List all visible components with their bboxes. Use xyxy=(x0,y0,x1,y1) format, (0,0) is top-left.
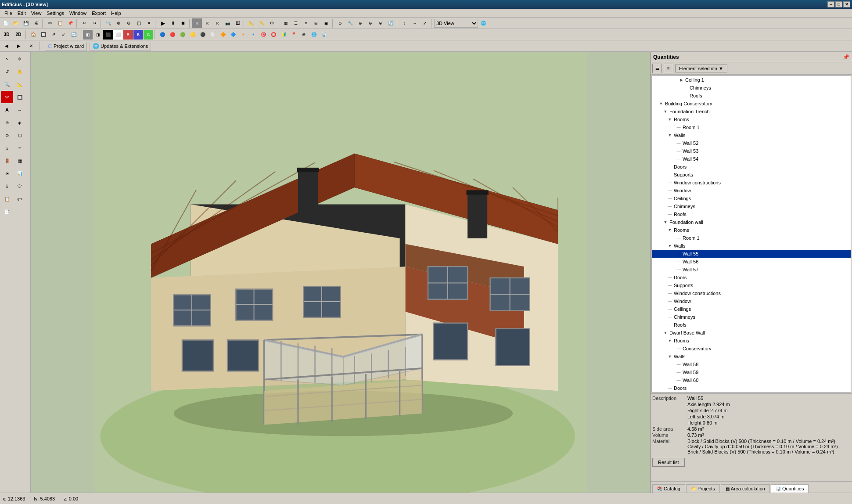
tb-mat3[interactable]: 🟢 xyxy=(178,30,187,40)
tb-grid2[interactable]: ☰ xyxy=(291,18,301,28)
tb-pause[interactable]: ⏸ xyxy=(168,18,178,28)
tb-mat14[interactable]: 📍 xyxy=(289,30,298,40)
toggle-wall56[interactable]: — xyxy=(676,259,682,265)
lt-measure2[interactable]: 📐 xyxy=(14,78,26,90)
tb-refresh[interactable]: 🔄 xyxy=(386,18,395,28)
tb-dot[interactable]: ⊙ xyxy=(335,18,345,28)
toggle-building-conservatory[interactable]: ▼ xyxy=(658,101,664,107)
tab-projects[interactable]: 📁 Projects xyxy=(686,484,720,493)
lt-report[interactable]: 📑 xyxy=(1,205,13,218)
toggle-chimneys-ft[interactable]: — xyxy=(667,203,673,209)
tb-grid3[interactable]: ≡ xyxy=(301,18,311,28)
tree-item-chimneys-ft[interactable]: — Chimneys xyxy=(652,202,851,210)
lt-tag[interactable]: 🏷 xyxy=(14,193,26,205)
tb-measure[interactable]: 📐 xyxy=(247,18,256,28)
tree-item-window-fw[interactable]: — Window xyxy=(652,297,851,305)
tb-play[interactable]: ▶ xyxy=(158,18,168,28)
tb-c4[interactable]: ⬜ xyxy=(113,30,123,40)
tb-c2[interactable]: ◨ xyxy=(93,30,103,40)
tree-item-rooms-dbw[interactable]: ▼ Rooms xyxy=(652,337,851,345)
tb-floor[interactable]: 🔲 xyxy=(39,30,48,40)
menu-window[interactable]: Window xyxy=(67,10,89,17)
tb-mat13[interactable]: 🔰 xyxy=(279,30,288,40)
tree-item-rooms-fw[interactable]: ▼ Rooms xyxy=(652,226,851,234)
nav-stop[interactable]: ✕ xyxy=(26,41,36,51)
tb-copy[interactable]: 📋 xyxy=(55,18,65,28)
nav-back[interactable]: ◀ xyxy=(2,41,11,51)
tb-minus[interactable]: ⊖ xyxy=(366,18,375,28)
tb-settings[interactable]: ⚙ xyxy=(267,18,277,28)
nav-forward[interactable]: ▶ xyxy=(14,41,24,51)
tb-mat8[interactable]: 🔷 xyxy=(228,30,238,40)
tree-item-room1-fw[interactable]: — Room 1 xyxy=(652,234,851,242)
quantities-pin[interactable]: 📌 xyxy=(843,54,849,60)
tb-3d[interactable]: 3D xyxy=(1,30,12,40)
tree-item-rooms-ft[interactable]: ▼ Rooms xyxy=(652,115,851,123)
tree-item-wall58[interactable]: — Wall 58 xyxy=(652,360,851,368)
tb-c1[interactable]: ◧ xyxy=(83,30,93,40)
toggle-doors-ft[interactable]: — xyxy=(667,164,673,170)
updates-btn[interactable]: 🌐 Updates & Extensions xyxy=(90,42,151,50)
menu-edit[interactable]: Edit xyxy=(15,10,29,17)
result-list-btn[interactable]: Result list xyxy=(652,458,685,467)
toggle-rooms-ft[interactable]: ▼ xyxy=(667,116,673,122)
tree-item-wall56[interactable]: — Wall 56 xyxy=(652,258,851,266)
toggle-rooms-fw[interactable]: ▼ xyxy=(667,227,673,233)
tb-ruler[interactable]: 📏 xyxy=(257,18,266,28)
tb-c3[interactable]: ⬛ xyxy=(103,30,113,40)
tree-item-room1-ft[interactable]: — Room 1 xyxy=(652,123,851,131)
toggle-doors-fw[interactable]: — xyxy=(667,274,673,281)
toggle-wall58[interactable]: — xyxy=(676,361,682,367)
tb-c5[interactable]: R xyxy=(123,30,133,40)
tree-item-foundation-trench[interactable]: ▼ Foundation Trench xyxy=(652,108,851,115)
tree-item-window-ft[interactable]: — Window xyxy=(652,187,851,194)
tb-2d[interactable]: 2D xyxy=(13,30,24,40)
tb-arr2[interactable]: ↙ xyxy=(59,30,68,40)
tb-arr1[interactable]: ↗ xyxy=(49,30,58,40)
toggle-foundation-trench[interactable]: ▼ xyxy=(662,108,669,115)
tree-item-conservatory[interactable]: — Conservatory xyxy=(652,345,851,353)
tree-item-doors-dbw[interactable]: — Doors xyxy=(652,384,851,392)
tree-item-doors-fw[interactable]: — Doors xyxy=(652,274,851,281)
minimize-button[interactable]: − xyxy=(827,1,834,7)
tree-item-walls-fw[interactable]: ▼ Walls xyxy=(652,242,851,250)
tb-open[interactable]: 📂 xyxy=(11,18,21,28)
toggle-chimneys-fw[interactable]: — xyxy=(667,314,673,320)
tree-item-roofs1[interactable]: — Roofs xyxy=(652,92,851,100)
toggle-roofs-fw[interactable]: — xyxy=(667,322,673,328)
toggle-wall55[interactable]: — xyxy=(676,251,682,257)
tb-grid1[interactable]: ▦ xyxy=(281,18,291,28)
tree-item-wall57[interactable]: — Wall 57 xyxy=(652,266,851,274)
menu-export[interactable]: Export xyxy=(89,10,108,17)
tb-render1[interactable]: R xyxy=(192,18,202,28)
toggle-supports-ft[interactable]: — xyxy=(667,172,673,178)
tb-updown[interactable]: ↕ xyxy=(400,18,410,28)
tab-quantities[interactable]: 📊 Quantities xyxy=(771,484,809,493)
toggle-ceilings-ft[interactable]: — xyxy=(667,195,673,202)
tree-item-roofs-ft[interactable]: — Roofs xyxy=(652,210,851,218)
lt-copy2[interactable]: ◈ xyxy=(14,116,26,129)
tree-item-wc-fw[interactable]: — Window constructions xyxy=(652,289,851,297)
lt-layer[interactable]: ⊕ xyxy=(1,116,13,129)
toggle-wall52[interactable]: — xyxy=(676,140,682,146)
toggle-wall54[interactable]: — xyxy=(676,156,682,162)
tb-new[interactable]: 📄 xyxy=(1,18,11,28)
toggle-walls-ft[interactable]: ▼ xyxy=(667,132,673,138)
tb-paste[interactable]: 📌 xyxy=(65,18,75,28)
tb-signal[interactable]: 📡 xyxy=(319,30,329,40)
tb-render3[interactable]: R xyxy=(212,18,222,28)
tree-item-wall54[interactable]: — Wall 54 xyxy=(652,155,851,163)
toggle-roofs-ft[interactable]: — xyxy=(667,211,673,217)
toggle-room1-fw[interactable]: — xyxy=(676,235,682,241)
toggle-ceilings-fw[interactable]: — xyxy=(667,306,673,312)
tab-area-calculation[interactable]: ▦ Area calculation xyxy=(721,484,770,493)
element-selection-btn[interactable]: Element selection ▼ xyxy=(675,65,727,72)
tb-mat7[interactable]: 🔶 xyxy=(218,30,228,40)
tb-zoom-window[interactable]: ◫ xyxy=(134,18,144,28)
tb-c6[interactable]: B xyxy=(133,30,143,40)
toggle-window-fw[interactable]: — xyxy=(667,298,673,304)
tree-item-ceilings-ft[interactable]: — Ceilings xyxy=(652,194,851,202)
tb-wrench[interactable]: 🔧 xyxy=(345,18,355,28)
tree-item-chimneys-fw[interactable]: — Chimneys xyxy=(652,313,851,321)
lt-level[interactable]: 📊 xyxy=(14,167,26,180)
